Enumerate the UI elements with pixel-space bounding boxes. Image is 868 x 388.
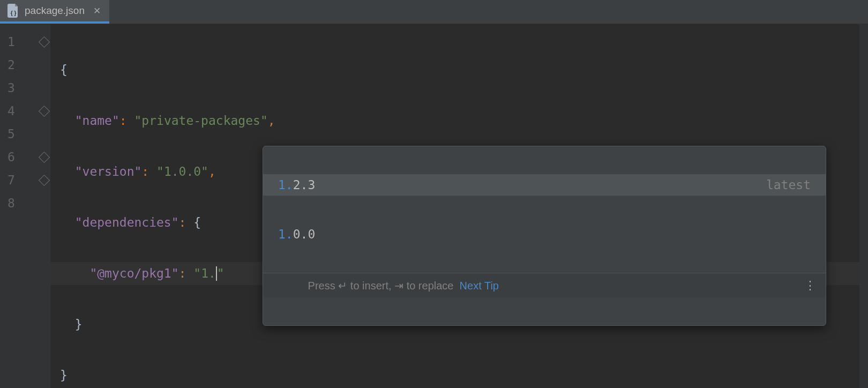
tab-bar: { } package.json ✕ xyxy=(0,0,868,24)
line-number-gutter: 1 2 3 4 5 6 7 8 xyxy=(0,24,38,388)
line-number: 3 xyxy=(0,77,38,100)
completion-text: 1.0.0 xyxy=(278,227,315,241)
kebab-menu-icon[interactable]: ⋮ xyxy=(804,280,816,292)
code-token: { xyxy=(193,215,201,229)
code-token: "private-packages" xyxy=(134,114,268,128)
enter-key-icon: ↵ xyxy=(338,280,347,292)
tab-key-icon: ⇥ xyxy=(394,280,403,292)
code-token: "name" xyxy=(75,114,119,128)
fold-marker-icon[interactable] xyxy=(38,106,49,117)
completion-footer: Press ↵ to insert, ⇥ to replace Next Tip… xyxy=(263,273,826,297)
completion-hint: Press ↵ to insert, ⇥ to replace Next Tip xyxy=(278,267,499,304)
next-tip-link[interactable]: Next Tip xyxy=(460,280,499,292)
code-token: } xyxy=(60,368,68,382)
code-token: "dependencies" xyxy=(75,215,179,229)
line-number: 7 xyxy=(0,169,38,192)
completion-tail: latest xyxy=(766,178,811,192)
line-number: 4 xyxy=(0,100,38,123)
file-tab[interactable]: { } package.json ✕ xyxy=(0,0,109,24)
code-token: { xyxy=(60,63,68,77)
completion-popup: 1.2.3 latest 1.0.0 Press ↵ to insert, ⇥ … xyxy=(263,146,826,326)
code-token: : xyxy=(179,215,194,229)
code-token: " xyxy=(193,266,201,280)
code-token: "@myco/pkg1" xyxy=(89,266,178,280)
completion-item[interactable]: 1.2.3 latest xyxy=(263,174,826,196)
code-token: , xyxy=(208,165,216,178)
code-token: : xyxy=(119,114,134,128)
svg-text:{ }: { } xyxy=(11,10,17,16)
code-token: "version" xyxy=(75,165,142,178)
line-number: 8 xyxy=(0,192,38,215)
code-token: : xyxy=(141,165,156,178)
completion-item[interactable]: 1.0.0 xyxy=(263,223,826,245)
line-number: 5 xyxy=(0,123,38,146)
close-icon[interactable]: ✕ xyxy=(93,5,101,17)
json-file-icon: { } xyxy=(8,4,19,18)
code-token: " xyxy=(217,266,225,280)
editor-right-strip xyxy=(859,24,868,388)
line-number: 2 xyxy=(0,54,38,77)
tab-filename: package.json xyxy=(25,5,85,17)
code-token: } xyxy=(75,317,83,331)
code-area[interactable]: { "name": "private-packages", "version":… xyxy=(50,24,868,388)
code-token: 1. xyxy=(201,266,216,280)
code-token: , xyxy=(268,114,275,128)
fold-gutter xyxy=(38,24,50,388)
fold-marker-icon[interactable] xyxy=(38,175,49,186)
code-token: "1.0.0" xyxy=(156,165,208,178)
code-token: : xyxy=(179,266,194,280)
line-number: 1 xyxy=(0,31,38,54)
editor-area: 1 2 3 4 5 6 7 8 { "name": "private-packa… xyxy=(0,24,868,388)
completion-text: 1.2.3 xyxy=(278,178,315,192)
fold-marker-icon[interactable] xyxy=(38,152,49,163)
line-number: 6 xyxy=(0,146,38,169)
fold-marker-icon[interactable] xyxy=(38,36,49,48)
